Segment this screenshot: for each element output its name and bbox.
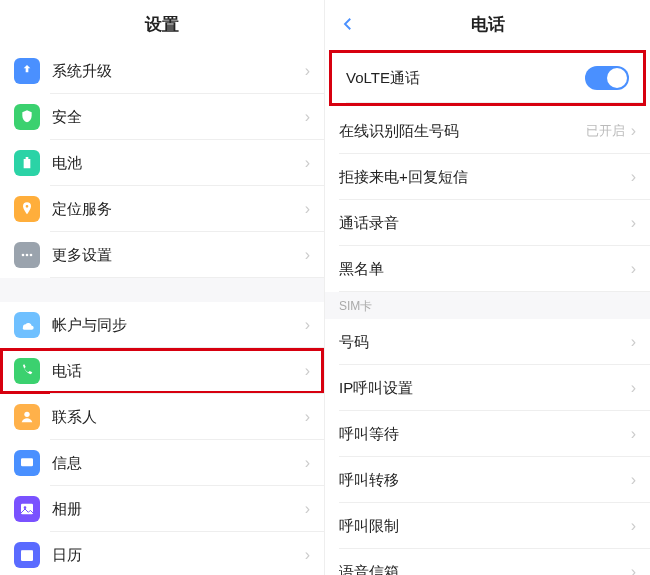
volte-switch[interactable]: [585, 66, 629, 90]
chevron-right-icon: ›: [631, 563, 636, 575]
contact-icon: [14, 404, 40, 430]
svg-point-3: [24, 412, 29, 417]
phone-icon: [14, 358, 40, 384]
row-label: 通话录音: [339, 214, 631, 233]
chevron-right-icon: ›: [631, 260, 636, 278]
phone-list-2: 号码›IP呼叫设置›呼叫等待›呼叫转移›呼叫限制›语音信箱›: [325, 319, 650, 575]
location-icon: [14, 196, 40, 222]
phone-row[interactable]: 呼叫转移›: [325, 457, 650, 503]
chevron-right-icon: ›: [305, 246, 310, 264]
more-icon: [14, 242, 40, 268]
settings-pane: 设置 系统升级›安全›电池›定位服务›更多设置› 帐户与同步›电话›联系人›信息…: [0, 0, 325, 575]
chevron-right-icon: ›: [631, 379, 636, 397]
chevron-right-icon: ›: [631, 333, 636, 351]
chevron-right-icon: ›: [305, 154, 310, 172]
section-gap: [0, 278, 324, 302]
svg-rect-5: [21, 504, 33, 515]
svg-point-2: [30, 254, 33, 257]
phone-row[interactable]: 号码›: [325, 319, 650, 365]
phone-row[interactable]: 在线识别陌生号码已开启›: [325, 108, 650, 154]
row-value: 已开启: [586, 122, 625, 140]
settings-row-contact[interactable]: 联系人›: [0, 394, 324, 440]
row-label: 电池: [52, 154, 305, 173]
phone-row[interactable]: IP呼叫设置›: [325, 365, 650, 411]
chevron-right-icon: ›: [305, 362, 310, 380]
row-label: 电话: [52, 362, 305, 381]
row-label: 呼叫转移: [339, 471, 631, 490]
row-label: 黑名单: [339, 260, 631, 279]
row-label: 相册: [52, 500, 305, 519]
row-label: 日历: [52, 546, 305, 565]
chevron-right-icon: ›: [305, 316, 310, 334]
row-label: 号码: [339, 333, 631, 352]
svg-point-0: [22, 254, 25, 257]
row-label: 联系人: [52, 408, 305, 427]
volte-row[interactable]: VoLTE通话: [332, 53, 643, 103]
chevron-right-icon: ›: [631, 122, 636, 140]
phone-title: 电话: [471, 13, 505, 36]
volte-label: VoLTE通话: [346, 69, 585, 88]
chevron-right-icon: ›: [305, 108, 310, 126]
volte-highlight: VoLTE通话: [329, 50, 646, 106]
chevron-right-icon: ›: [305, 62, 310, 80]
chevron-right-icon: ›: [305, 546, 310, 564]
phone-row[interactable]: 语音信箱›: [325, 549, 650, 575]
settings-row-message[interactable]: 信息›: [0, 440, 324, 486]
svg-rect-8: [21, 550, 33, 553]
settings-row-battery[interactable]: 电池›: [0, 140, 324, 186]
gallery-icon: [14, 496, 40, 522]
settings-list-1: 系统升级›安全›电池›定位服务›更多设置›: [0, 48, 324, 278]
phone-row[interactable]: 呼叫等待›: [325, 411, 650, 457]
phone-row[interactable]: 黑名单›: [325, 246, 650, 292]
phone-list-1: 在线识别陌生号码已开启›拒接来电+回复短信›通话录音›黑名单›: [325, 108, 650, 292]
settings-row-calendar[interactable]: 日历›: [0, 532, 324, 575]
row-label: 信息: [52, 454, 305, 473]
row-label: 语音信箱: [339, 563, 631, 576]
row-label: 呼叫等待: [339, 425, 631, 444]
settings-row-more[interactable]: 更多设置›: [0, 232, 324, 278]
svg-rect-4: [21, 458, 33, 466]
settings-row-shield[interactable]: 安全›: [0, 94, 324, 140]
chevron-right-icon: ›: [631, 214, 636, 232]
settings-row-gallery[interactable]: 相册›: [0, 486, 324, 532]
phone-row[interactable]: 呼叫限制›: [325, 503, 650, 549]
battery-icon: [14, 150, 40, 176]
settings-row-location[interactable]: 定位服务›: [0, 186, 324, 232]
chevron-right-icon: ›: [305, 500, 310, 518]
row-label: 系统升级: [52, 62, 305, 81]
row-label: 安全: [52, 108, 305, 127]
calendar-icon: [14, 542, 40, 568]
phone-row[interactable]: 拒接来电+回复短信›: [325, 154, 650, 200]
sim-section-title: SIM卡: [325, 292, 650, 319]
svg-point-1: [26, 254, 29, 257]
row-label: 帐户与同步: [52, 316, 305, 335]
chevron-right-icon: ›: [305, 408, 310, 426]
chevron-right-icon: ›: [631, 425, 636, 443]
chevron-right-icon: ›: [631, 471, 636, 489]
row-label: 呼叫限制: [339, 517, 631, 536]
row-label: 更多设置: [52, 246, 305, 265]
row-label: IP呼叫设置: [339, 379, 631, 398]
phone-pane: 电话 VoLTE通话 在线识别陌生号码已开启›拒接来电+回复短信›通话录音›黑名…: [325, 0, 650, 575]
settings-list-2: 帐户与同步›电话›联系人›信息›相册›日历›vivoice›: [0, 302, 324, 575]
cloud-icon: [14, 312, 40, 338]
chevron-right-icon: ›: [305, 200, 310, 218]
row-label: 在线识别陌生号码: [339, 122, 586, 141]
settings-title: 设置: [145, 13, 179, 36]
settings-header: 设置: [0, 0, 324, 48]
message-icon: [14, 450, 40, 476]
row-label: 定位服务: [52, 200, 305, 219]
settings-row-phone[interactable]: 电话›: [0, 348, 324, 394]
settings-row-cloud[interactable]: 帐户与同步›: [0, 302, 324, 348]
upgrade-icon: [14, 58, 40, 84]
chevron-left-icon: [339, 15, 357, 33]
chevron-right-icon: ›: [631, 168, 636, 186]
back-button[interactable]: [339, 0, 357, 48]
settings-row-upgrade[interactable]: 系统升级›: [0, 48, 324, 94]
phone-header: 电话: [325, 0, 650, 48]
shield-icon: [14, 104, 40, 130]
row-label: 拒接来电+回复短信: [339, 168, 631, 187]
chevron-right-icon: ›: [305, 454, 310, 472]
chevron-right-icon: ›: [631, 517, 636, 535]
phone-row[interactable]: 通话录音›: [325, 200, 650, 246]
